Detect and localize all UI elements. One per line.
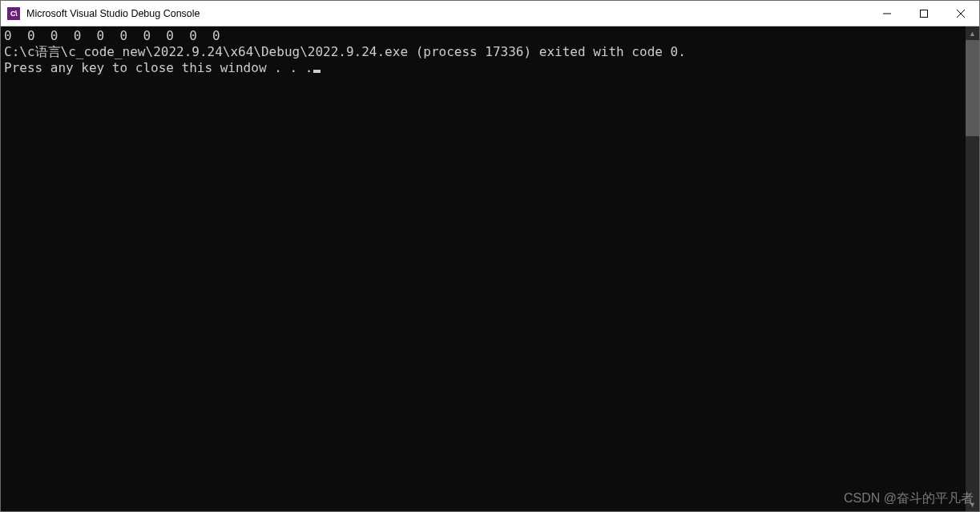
window-controls [869,1,979,26]
svg-rect-1 [921,10,928,17]
window-title: Microsoft Visual Studio Debug Console [26,8,869,19]
app-icon-text: C\ [10,10,17,18]
scroll-down-arrow-icon[interactable]: ▼ [966,498,979,511]
minimize-button[interactable] [869,1,905,26]
console-output[interactable]: 0 0 0 0 0 0 0 0 0 0C:\c语言\c_code_new\202… [1,26,966,511]
output-line: C:\c语言\c_code_new\2022.9.24\x64\Debug\20… [4,44,962,60]
app-icon: C\ [7,7,20,20]
scroll-up-arrow-icon[interactable]: ▲ [966,26,979,40]
close-button[interactable] [942,1,979,26]
console-area: 0 0 0 0 0 0 0 0 0 0C:\c语言\c_code_new\202… [1,26,979,511]
close-icon [957,10,965,18]
output-line-text: Press any key to close this window . . . [4,60,313,75]
output-line: 0 0 0 0 0 0 0 0 0 0 [4,28,962,44]
minimize-icon [883,10,891,18]
cursor [313,70,321,73]
maximize-icon [920,10,928,18]
vertical-scrollbar[interactable]: ▲ ▼ [966,26,979,511]
titlebar[interactable]: C\ Microsoft Visual Studio Debug Console [1,1,979,26]
output-prompt: Press any key to close this window . . . [4,60,962,76]
console-window: C\ Microsoft Visual Studio Debug Console… [0,0,980,512]
maximize-button[interactable] [905,1,942,26]
scroll-thumb[interactable] [966,40,979,136]
